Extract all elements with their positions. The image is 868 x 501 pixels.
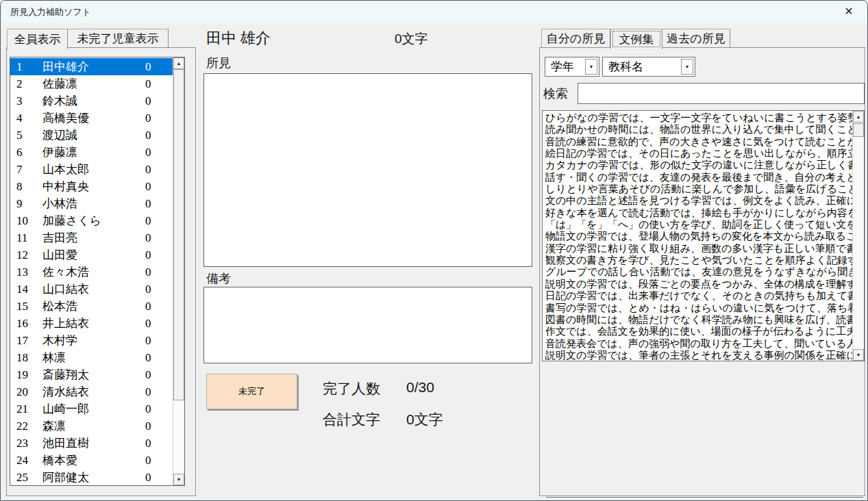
example-sentence-item[interactable]: 音読の練習に意欲的で、声の大きさや速さに気をつけて読むことができる — [545, 136, 852, 148]
tab-past-shoken[interactable]: 過去の所見 — [662, 29, 730, 48]
student-list-item[interactable]: 4 高橋美優 0 — [10, 110, 173, 127]
student-number: 24 — [16, 454, 42, 467]
scrollbar-thumb[interactable] — [173, 69, 184, 400]
student-number: 21 — [16, 402, 42, 416]
student-char-count: 0 — [145, 163, 173, 177]
chevron-down-icon[interactable]: ▼ — [681, 59, 693, 75]
biko-textarea[interactable] — [203, 287, 532, 363]
tab-my-shoken[interactable]: 自分の所見 — [541, 29, 610, 48]
student-name: 吉田亮 — [42, 230, 145, 246]
student-list-item[interactable]: 18 林凛 0 — [10, 349, 173, 366]
student-listbox[interactable]: 1 田中雄介 0 2 佐藤凛 0 3 鈴木誠 0 4 高橋美優 0 5 渡辺誠 … — [10, 57, 185, 486]
student-list-item[interactable]: 22 森凛 0 — [10, 418, 173, 435]
student-name: 山田愛 — [42, 247, 145, 263]
tab-example-collection[interactable]: 文例集 — [610, 29, 662, 49]
student-list-item[interactable]: 6 伊藤凛 0 — [10, 144, 173, 161]
example-sentence-item[interactable]: 文の中の主語と述語を見つける学習では、例文をよく読み、正確に見分け — [545, 195, 852, 207]
examples-listbox[interactable]: ひらがなの学習では、一文字一文字をていねいに書こうとする姿勢が見られ読み聞かせの… — [542, 110, 865, 361]
scrollbar-thumb[interactable] — [853, 123, 864, 137]
example-sentence-item[interactable]: 好きな本を選んで読む活動では、挿絵も手がかりにしながら内容を想像し — [545, 207, 852, 219]
shoken-textarea[interactable] — [203, 73, 532, 267]
student-list-item[interactable]: 23 池田直樹 0 — [10, 435, 173, 452]
student-name: 山口結衣 — [42, 281, 145, 297]
student-char-count: 0 — [145, 454, 173, 467]
student-char-count: 0 — [145, 368, 173, 382]
scroll-up-icon[interactable]: ▲ — [173, 57, 184, 69]
student-name: 松本浩 — [42, 298, 145, 314]
student-list-item[interactable]: 1 田中雄介 0 — [10, 58, 173, 75]
student-list-item[interactable]: 15 松本浩 0 — [10, 298, 173, 315]
student-char-count: 0 — [145, 214, 173, 228]
student-list-item[interactable]: 13 佐々木浩 0 — [10, 264, 173, 281]
student-number: 7 — [16, 163, 42, 177]
incomplete-status-button[interactable]: 未完了 — [206, 374, 297, 409]
student-list-item[interactable]: 9 小林浩 0 — [10, 195, 173, 212]
student-char-count: 0 — [145, 94, 173, 108]
example-sentence-item[interactable]: 図書の時間には、物語だけでなく科学読み物にも興味を広げ、読書の幅が — [545, 314, 852, 326]
student-list-item[interactable]: 24 橋本愛 0 — [10, 452, 173, 469]
example-sentence-item[interactable]: 読み聞かせの時間には、物語の世界に入り込んで集中して聞くことができ — [545, 124, 852, 136]
scroll-down-icon[interactable]: ▼ — [173, 474, 184, 485]
student-list-scrollbar[interactable]: ▲ ▼ — [173, 57, 184, 485]
student-list-item[interactable]: 8 中村真央 0 — [10, 178, 173, 195]
grade-dropdown-value: 学年 — [551, 59, 574, 75]
student-list-item[interactable]: 21 山崎一郎 0 — [10, 400, 173, 418]
student-list-item[interactable]: 12 山田愛 0 — [10, 246, 173, 264]
examples-scrollbar[interactable]: ▲ ▼ — [852, 111, 864, 361]
student-name: 渡辺誠 — [42, 127, 145, 143]
example-sentence-item[interactable]: 「は」「を」「へ」の使い方を学び、助詞を正しく使って短い文を書ける — [545, 219, 852, 231]
student-list-item[interactable]: 19 斎藤翔太 0 — [10, 366, 173, 383]
example-lines: ひらがなの学習では、一文字一文字をていねいに書こうとする姿勢が見られ読み聞かせの… — [545, 112, 852, 361]
example-sentence-item[interactable]: 書写の学習では、とめ・はね・はらいの違いに気をつけて、落ち着いた姿 — [545, 303, 852, 314]
scroll-up-icon[interactable]: ▲ — [853, 111, 864, 123]
student-number: 2 — [16, 77, 42, 91]
student-name: 小林浩 — [42, 196, 145, 211]
total-chars-label: 合計文字 — [323, 410, 380, 429]
title-bar: 所見入力補助ソフト ✕ — [1, 1, 867, 23]
example-sentence-item[interactable]: 日記の学習では、出来事だけでなく、そのときの気持ちも加えて書くこと — [545, 290, 852, 302]
student-list-item[interactable]: 16 井上結衣 0 — [10, 315, 173, 332]
student-list-item[interactable]: 7 山本太郎 0 — [10, 161, 173, 178]
student-name: 阿部健太 — [42, 470, 145, 485]
student-list-item[interactable]: 11 吉田亮 0 — [10, 229, 173, 246]
student-name: 佐藤凛 — [42, 76, 145, 92]
tab-incomplete-students[interactable]: 未完了児童表示 — [68, 29, 169, 48]
search-input[interactable] — [578, 83, 865, 104]
student-char-count: 0 — [145, 60, 173, 74]
student-list-item[interactable]: 5 渡辺誠 0 — [10, 127, 173, 144]
student-name: 伊藤凛 — [42, 144, 145, 160]
tab-all-students[interactable]: 全員表示 — [7, 29, 68, 49]
example-sentence-item[interactable]: 絵日記の学習では、その日にあったことを思い出しながら、順序立てて書 — [545, 148, 852, 159]
student-list-item[interactable]: 2 佐藤凛 0 — [10, 75, 173, 92]
example-sentence-item[interactable]: 物語文の学習では、登場人物の気持ちの変化を本文から読み取ることがで — [545, 231, 852, 242]
student-char-count: 0 — [145, 197, 173, 211]
example-sentence-item[interactable]: 説明文の学習では、段落ごとの要点をつかみ、全体の構成を理解する力が — [545, 279, 852, 290]
student-list-item[interactable]: 25 阿部健太 0 — [10, 469, 173, 486]
student-list-item[interactable]: 17 木村学 0 — [10, 332, 173, 349]
grade-dropdown[interactable]: 学年 ▼ — [545, 57, 599, 77]
subject-dropdown[interactable]: 教科名 ▼ — [602, 57, 695, 77]
example-sentence-item[interactable]: ひらがなの学習では、一文字一文字をていねいに書こうとする姿勢が見られ — [545, 112, 852, 124]
close-icon[interactable]: ✕ — [834, 1, 863, 22]
example-sentence-item[interactable]: グループでの話し合い活動では、友達の意見をうなずきながら聞き、自分の — [545, 266, 852, 278]
example-sentence-item[interactable]: 観察文の書き方を学び、見たことや気づいたことを順序よく記録すること — [545, 255, 852, 266]
student-list-item[interactable]: 3 鈴木誠 0 — [10, 92, 173, 110]
example-sentence-item[interactable]: 漢字の学習に粘り強く取り組み、画数の多い漢字も正しい筆順で書けるよ — [545, 243, 852, 255]
student-number: 12 — [16, 248, 42, 262]
chevron-down-icon[interactable]: ▼ — [585, 59, 597, 75]
student-name: 池田直樹 — [42, 435, 145, 451]
student-char-count: 0 — [145, 180, 173, 194]
example-sentence-item[interactable]: 音読発表会では、声の強弱や間の取り方を工夫して、聞いている人に場面 — [545, 338, 852, 350]
student-list-item[interactable]: 10 加藤さくら 0 — [10, 212, 173, 229]
student-list-item[interactable]: 20 清水結衣 0 — [10, 383, 173, 400]
example-sentence-item[interactable]: 作文では、会話文を効果的に使い、場面の様子が伝わるように工夫して書 — [545, 326, 852, 337]
student-number: 20 — [16, 385, 42, 399]
student-char-count: 0 — [145, 471, 173, 485]
example-sentence-item[interactable]: 説明文の学習では、筆者の主張とそれを支える事例の関係を正確に読み取 — [545, 350, 852, 361]
example-sentence-item[interactable]: しりとりや言葉あそびの活動に楽しんで参加し、語彙を広げることができ — [545, 183, 852, 195]
example-sentence-item[interactable]: カタカナの学習では、形の似た文字の違いに注意しながら正しく書けるよ — [545, 159, 852, 171]
scroll-down-icon[interactable]: ▼ — [853, 349, 864, 361]
example-sentence-item[interactable]: 話す・聞くの学習では、友達の発表を最後まで聞き、自分の考えと比べなが — [545, 172, 852, 183]
completed-count-value: 0/30 — [406, 379, 434, 396]
student-list-item[interactable]: 14 山口結衣 0 — [10, 281, 173, 298]
